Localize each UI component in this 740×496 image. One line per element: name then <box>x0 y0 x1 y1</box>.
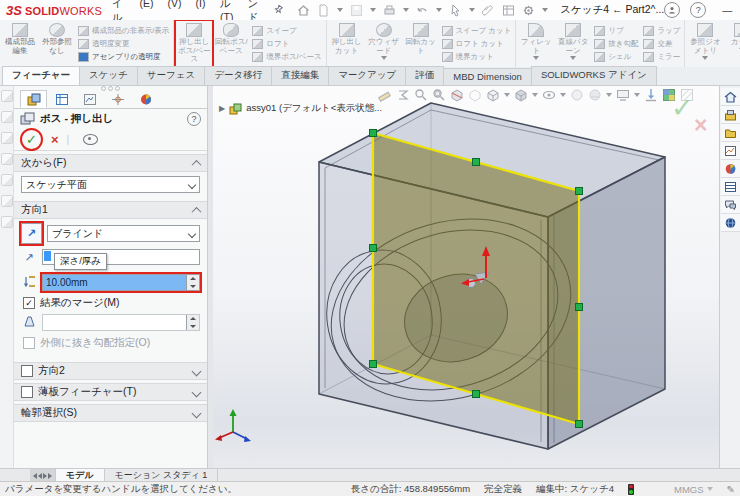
tab-markup[interactable]: マークアップ <box>328 66 406 85</box>
change-transparency-button[interactable]: 透明度変更 <box>78 39 169 49</box>
revolved-boss-base-button[interactable]: 回転ボス/ベース <box>213 21 249 66</box>
home-icon[interactable] <box>297 4 310 17</box>
direction2-checkbox[interactable] <box>21 365 33 377</box>
print-caret-icon[interactable] <box>403 8 409 12</box>
shell-button[interactable]: シェル <box>594 52 638 62</box>
first-tab-icon[interactable] <box>33 473 37 479</box>
configuration-manager-tab[interactable] <box>76 90 103 108</box>
swept-cut-button[interactable]: スイープ カット <box>442 26 512 36</box>
custom-properties-icon[interactable] <box>721 178 740 196</box>
options-gear-icon[interactable] <box>522 4 535 17</box>
tab-surfaces[interactable]: サーフェス <box>137 66 205 85</box>
intersect-button[interactable]: 交差 <box>643 39 680 49</box>
pm-help-button[interactable]: ? <box>187 112 201 126</box>
tab-data-migration[interactable]: データ移行 <box>204 66 272 85</box>
view-orientation-icon[interactable] <box>486 88 500 102</box>
normal-to-icon[interactable] <box>644 88 658 102</box>
linear-pattern-button[interactable]: 直線パターン <box>555 21 591 66</box>
tree-expand-arrow-icon[interactable]: ▶ <box>219 104 225 113</box>
rib-button[interactable]: リブ <box>594 26 638 36</box>
property-manager-tab[interactable] <box>20 90 47 108</box>
direction1-section-header[interactable]: 方向1 <box>14 201 207 219</box>
hide-show-components-button[interactable]: 構成部品の非表示/表示 <box>78 26 169 36</box>
save-caret-icon[interactable] <box>370 8 376 12</box>
minimize-button[interactable]: — <box>722 5 732 16</box>
confirm-ok-button[interactable]: ✓ <box>671 92 694 124</box>
dimxpert-manager-tab[interactable] <box>104 90 131 108</box>
new-file-icon[interactable] <box>317 4 330 17</box>
draft-outward-checkbox-row[interactable]: 外側に抜き勾配指定(O) <box>23 336 200 350</box>
display-pane-icon[interactable] <box>502 4 515 17</box>
pin-menu-icon[interactable] <box>272 3 286 17</box>
depth-value[interactable]: 10.00mm <box>43 275 186 290</box>
spellcheck-icon[interactable] <box>1 90 13 102</box>
swept-boss-button[interactable]: スイープ <box>252 26 321 36</box>
equations-icon[interactable] <box>396 88 410 102</box>
no-external-references-button[interactable]: 外部参照なし <box>39 21 75 66</box>
tag-pencil-icon[interactable]: ✎ <box>727 484 735 495</box>
revolved-cut-button[interactable]: 回転カット <box>403 21 439 66</box>
from-section-header[interactable]: 次から(F) <box>14 154 207 172</box>
solidworks-forum-icon[interactable] <box>721 196 740 214</box>
depth-spinner[interactable] <box>186 275 199 290</box>
apply-scene-icon[interactable] <box>588 88 602 102</box>
view-settings-icon[interactable] <box>616 88 630 102</box>
appearances-scenes-icon[interactable] <box>721 160 740 178</box>
attach-icon[interactable] <box>482 4 495 17</box>
display-manager-tab[interactable] <box>132 90 159 108</box>
draft-angle-spinner[interactable] <box>186 315 199 330</box>
view-settings-caret-icon[interactable] <box>634 93 640 97</box>
fillet-caret-icon[interactable] <box>533 56 539 60</box>
preview-eye-icon[interactable] <box>83 134 98 145</box>
3dexperience-icon[interactable] <box>721 214 740 232</box>
assembly-transparency-button[interactable]: アセンブリの透明度 <box>78 52 169 62</box>
hole-wizard-button[interactable]: 穴ウィザード <box>366 21 402 66</box>
format-icon[interactable] <box>1 174 13 186</box>
tab-features[interactable]: フィーチャー <box>2 66 80 85</box>
print-icon[interactable] <box>383 4 396 17</box>
hide-show-items-caret-icon[interactable] <box>560 93 566 97</box>
options-caret-icon[interactable] <box>542 8 548 12</box>
linear-pattern-caret-icon[interactable] <box>570 56 576 60</box>
thin-feature-checkbox[interactable] <box>21 386 33 398</box>
display-style-caret-icon[interactable] <box>532 93 538 97</box>
ok-button[interactable]: ✓ <box>26 133 37 146</box>
measure-icon[interactable] <box>378 88 392 102</box>
hyperlink-icon[interactable] <box>1 216 13 228</box>
next-tab-icon[interactable] <box>43 473 47 479</box>
annotation-view-icon[interactable] <box>468 88 482 102</box>
text-icon[interactable] <box>1 132 13 144</box>
reverse-direction-button[interactable]: ↗ <box>21 223 42 244</box>
boundary-cut-button[interactable]: 境界カット <box>442 52 512 62</box>
extruded-cut-button[interactable]: 押し出しカット <box>329 21 365 66</box>
display-style-icon[interactable] <box>514 88 528 102</box>
merge-result-checkbox[interactable]: ✓ <box>23 297 35 309</box>
user-account-icon[interactable] <box>664 2 680 18</box>
draft-angle-field[interactable] <box>42 314 200 331</box>
select-caret-icon[interactable] <box>469 8 475 12</box>
view-orientation-caret-icon[interactable] <box>504 93 510 97</box>
undo-caret-icon[interactable] <box>436 8 442 12</box>
units-selector[interactable]: MMGS <box>674 484 713 495</box>
fillet-button[interactable]: フィレット <box>518 21 554 66</box>
edit-appearance-icon[interactable] <box>570 88 584 102</box>
selected-contours-section-header[interactable]: 輪郭選択(S) <box>14 404 207 422</box>
apply-scene-caret-icon[interactable] <box>606 93 612 97</box>
start-condition-dropdown[interactable]: スケッチ平面 <box>21 176 200 193</box>
reference-geometry-button[interactable]: 参照ジオメトリ <box>687 21 723 66</box>
prev-tab-icon[interactable] <box>38 473 42 479</box>
tab-mbd-dimension[interactable]: MBD Dimension <box>443 68 532 85</box>
save-icon[interactable] <box>350 4 363 17</box>
mirror-button[interactable]: ミラー <box>643 52 680 62</box>
draft-outward-checkbox[interactable] <box>23 337 35 349</box>
help-icon[interactable]: ? <box>690 2 706 18</box>
assembly-tree-item[interactable]: assy01 (デフォルト<表示状態... <box>246 102 382 115</box>
edit-component-button[interactable]: 構成部品編集 <box>2 21 38 66</box>
tab-solidworks-addins[interactable]: SOLIDWORKS アドイン <box>531 66 657 85</box>
lofted-cut-button[interactable]: ロフト カット <box>442 39 512 49</box>
new-file-caret-icon[interactable] <box>337 8 343 12</box>
annotation-edit-icon[interactable] <box>1 111 13 123</box>
graphics-viewport[interactable]: ▶ assy01 (デフォルト<表示状態... <box>213 86 719 468</box>
depth-field[interactable]: 10.00mm <box>42 274 200 291</box>
view-palette-icon[interactable] <box>721 142 740 160</box>
